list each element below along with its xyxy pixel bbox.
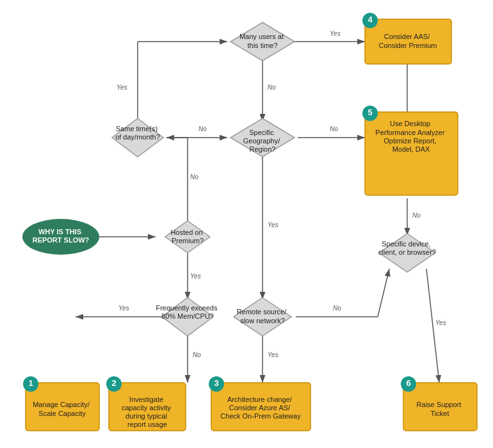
svg-text:No: No [193, 351, 201, 358]
svg-text:No: No [190, 173, 198, 180]
label-investigate-capacity: Investigate capacity activity during typ… [122, 396, 173, 428]
label-architecture-change: Architecture change/ Consider Azure AS/ … [220, 396, 301, 420]
label-same-time: Same time(s) of day/month? [115, 125, 160, 141]
svg-text:No: No [412, 212, 421, 219]
svg-text:No: No [198, 125, 207, 132]
svg-text:Yes: Yes [190, 273, 201, 280]
num-4: 4 [368, 15, 373, 24]
svg-text:No: No [268, 84, 276, 91]
svg-text:No: No [330, 125, 338, 132]
num-3: 3 [214, 378, 218, 388]
label-specific-device: Specific device, client, or browser? [378, 240, 436, 256]
num-2: 2 [111, 378, 116, 388]
start-label: WHY IS THIS REPORT SLOW? [33, 228, 90, 244]
svg-text:Yes: Yes [268, 351, 279, 358]
num-6: 6 [406, 378, 410, 388]
svg-text:Yes: Yes [330, 30, 341, 37]
num-1: 1 [28, 378, 33, 388]
svg-text:No: No [333, 305, 341, 312]
svg-line-31 [378, 269, 389, 317]
label-exceeds-mem: Frequently exceeds 80% Mem/CPU? [156, 304, 219, 320]
svg-text:Yes: Yes [118, 305, 129, 312]
svg-text:Yes: Yes [435, 319, 446, 326]
label-hosted-premium: Hosted on Premium? [170, 228, 204, 244]
svg-text:Yes: Yes [117, 84, 127, 91]
svg-text:Yes: Yes [268, 221, 279, 228]
num-5: 5 [368, 108, 372, 117]
